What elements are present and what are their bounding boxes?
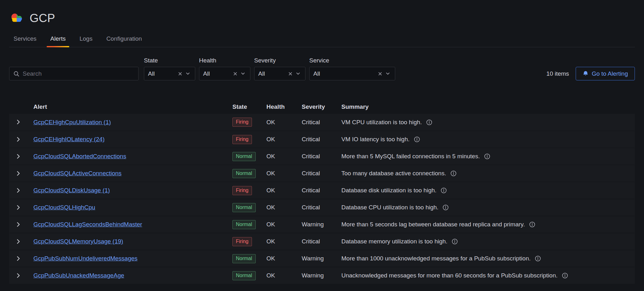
chevron-down-icon[interactable] [294, 71, 302, 77]
alerts-table-body: GcpCEHighCpuUtilization (1) Firing OK Cr… [9, 114, 635, 284]
filter-group-health: Health All [199, 57, 250, 80]
chevron-down-icon[interactable] [239, 71, 247, 77]
health-cell: OK [266, 233, 302, 250]
expand-chevron-icon[interactable] [14, 203, 22, 212]
severity-cell: Warning [302, 216, 341, 233]
info-icon[interactable] [529, 221, 535, 228]
alert-link[interactable]: GcpCEHighCpuUtilization (1) [33, 119, 111, 125]
chevron-down-icon[interactable] [184, 71, 192, 77]
alert-link[interactable]: GcpCloudSQLDiskUsage (1) [33, 187, 110, 194]
severity-cell: Critical [302, 233, 341, 250]
expand-chevron-icon[interactable] [14, 186, 22, 195]
state-badge: Normal [232, 152, 256, 161]
summary-text: VM IO latency is too high. [341, 136, 410, 143]
info-icon[interactable] [562, 272, 568, 279]
search-box [9, 67, 139, 80]
state-badge: Firing [232, 186, 252, 195]
info-icon[interactable] [450, 170, 457, 177]
filter-group-severity: Severity All [254, 57, 305, 80]
clear-icon[interactable] [176, 71, 184, 77]
info-icon[interactable] [535, 255, 541, 262]
table-row: GcpPubSubNumUndeliveredMessages Normal O… [9, 250, 635, 267]
expand-chevron-icon[interactable] [14, 254, 22, 263]
col-header-health: Health [266, 100, 302, 114]
severity-cell: Critical [302, 199, 341, 216]
info-icon[interactable] [484, 153, 490, 160]
tab-logs[interactable]: Logs [75, 33, 97, 47]
info-icon[interactable] [442, 204, 449, 211]
filter-group-state: State All [144, 57, 195, 80]
health-cell: OK [266, 131, 302, 148]
info-icon[interactable] [441, 187, 447, 194]
alert-link[interactable]: GcpPubSubUnackedMessageAge [33, 272, 124, 279]
alert-link[interactable]: GcpCloudSQLMemoryUsage (19) [33, 238, 123, 245]
clear-icon[interactable] [287, 71, 294, 77]
alerts-table: Alert State Health Severity Summary GcpC… [9, 100, 635, 284]
state-badge: Firing [232, 118, 252, 127]
severity-cell: Warning [302, 267, 341, 284]
expand-chevron-icon[interactable] [14, 237, 22, 246]
col-header-alert: Alert [33, 100, 232, 114]
health-cell: OK [266, 216, 302, 233]
alert-link[interactable]: GcpPubSubNumUndeliveredMessages [33, 255, 138, 262]
expand-chevron-icon[interactable] [14, 152, 22, 160]
go-to-alerting-label: Go to Alerting [592, 70, 628, 77]
service-select[interactable]: All [309, 67, 395, 80]
summary-text: Database memory utilization is too high. [341, 238, 447, 245]
severity-cell: Warning [302, 250, 341, 267]
clear-icon[interactable] [231, 71, 239, 77]
state-badge: Firing [232, 237, 252, 246]
table-row: GcpCloudSQLAbortedConnections Normal OK … [9, 148, 635, 165]
table-row: GcpCloudSQLActiveConnections Normal OK C… [9, 165, 635, 182]
state-badge: Normal [232, 220, 256, 229]
summary-text: Too many database active connections. [341, 170, 446, 177]
severity-select[interactable]: All [254, 67, 305, 80]
state-select-value: All [148, 70, 176, 77]
table-row: GcpCloudSQLLagSecondsBehindMaster Normal… [9, 216, 635, 233]
info-icon[interactable] [414, 136, 420, 143]
alert-link[interactable]: GcpCloudSQLAbortedConnections [33, 153, 126, 160]
table-row: GcpPubSubUnackedMessageAge Normal OK War… [9, 267, 635, 284]
bell-icon [583, 71, 589, 77]
alert-link[interactable]: GcpCEHighIOLatency (24) [33, 136, 105, 143]
state-badge: Normal [232, 254, 256, 263]
expand-chevron-icon[interactable] [14, 135, 22, 143]
table-row: GcpCloudSQLHighCpu Normal OK Critical Da… [9, 199, 635, 216]
filter-label-health: Health [199, 57, 250, 64]
summary-text: Database disk utilization is too high. [341, 187, 436, 194]
state-badge: Firing [232, 135, 252, 144]
tab-configuration[interactable]: Configuration [102, 33, 146, 47]
expand-chevron-icon[interactable] [14, 271, 22, 280]
chevron-down-icon[interactable] [384, 71, 392, 77]
severity-cell: Critical [302, 182, 341, 199]
info-icon[interactable] [426, 119, 432, 125]
tab-alerts[interactable]: Alerts [46, 33, 70, 47]
summary-text: Database CPU utilization is too high. [341, 204, 438, 211]
tab-bar: Services Alerts Logs Configuration [9, 33, 635, 47]
expand-chevron-icon[interactable] [14, 169, 22, 178]
health-cell: OK [266, 165, 302, 182]
table-header-row: Alert State Health Severity Summary [9, 100, 635, 114]
expand-chevron-icon[interactable] [14, 220, 22, 229]
expand-chevron-icon[interactable] [14, 118, 22, 126]
alert-link[interactable]: GcpCloudSQLActiveConnections [33, 170, 122, 177]
service-select-value: All [313, 70, 376, 77]
clear-icon[interactable] [376, 71, 384, 77]
col-header-state: State [232, 100, 266, 114]
health-cell: OK [266, 148, 302, 165]
state-select[interactable]: All [144, 67, 195, 80]
alert-link[interactable]: GcpCloudSQLHighCpu [33, 204, 95, 211]
health-cell: OK [266, 114, 302, 131]
col-header-summary: Summary [341, 100, 635, 114]
tab-services[interactable]: Services [9, 33, 41, 47]
alert-link[interactable]: GcpCloudSQLLagSecondsBehindMaster [33, 221, 142, 228]
table-row: GcpCEHighIOLatency (24) Firing OK Critic… [9, 131, 635, 148]
info-icon[interactable] [452, 238, 458, 245]
search-input[interactable] [23, 70, 134, 77]
search-icon [13, 71, 20, 77]
health-select[interactable]: All [199, 67, 250, 80]
alerts-table-wrapper: Alert State Health Severity Summary GcpC… [9, 100, 635, 284]
health-cell: OK [266, 250, 302, 267]
table-row: GcpCloudSQLMemoryUsage (19) Firing OK Cr… [9, 233, 635, 250]
go-to-alerting-button[interactable]: Go to Alerting [576, 67, 635, 80]
